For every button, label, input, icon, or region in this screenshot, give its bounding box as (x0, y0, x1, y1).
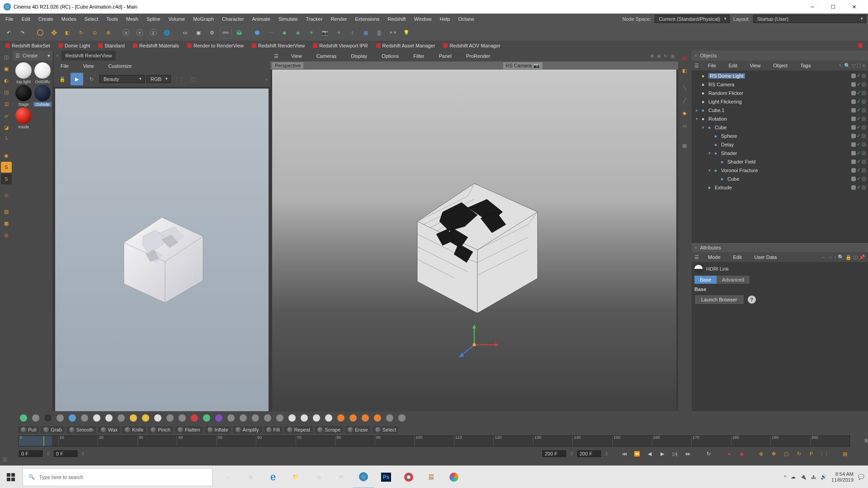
icon-row-button-15[interactable] (201, 413, 212, 423)
obj-menu-edit[interactable]: Edit (725, 61, 741, 70)
attr-up-icon[interactable]: ↑ (834, 254, 837, 260)
render-play-button[interactable]: ▶ (71, 73, 83, 85)
tree-row-shader[interactable]: ▾●Shader✓ (692, 149, 868, 157)
select-tool[interactable] (34, 27, 46, 38)
icon-row-button-23[interactable] (299, 413, 310, 423)
menu-mesh[interactable]: Mesh (123, 15, 142, 23)
menu-file[interactable]: File (2, 15, 17, 23)
tree-row-cube[interactable]: ●Cube✓ (692, 174, 868, 183)
icon-row-button-21[interactable] (274, 413, 285, 423)
prev-key-button[interactable]: ⏪ (632, 449, 642, 459)
spline-tool-button[interactable]: 〰 (265, 27, 277, 38)
vp-max-icon[interactable]: ⊞ (670, 53, 675, 59)
rv-menu-customize[interactable]: Customize (104, 62, 135, 70)
icon-row-button-16[interactable] (213, 413, 224, 423)
nodespace-dropdown[interactable]: Current (Standard/Physical) (655, 15, 730, 23)
misc-tool-2[interactable]: ▩ (1, 218, 12, 229)
misc-tool-3[interactable]: ◎ (1, 230, 12, 240)
sculpt-pull[interactable]: Pull (18, 426, 39, 433)
material-octdiffu[interactable]: OctDiffu (33, 62, 52, 84)
vp-menu-view[interactable]: View (288, 52, 306, 60)
menu-select[interactable]: Select (81, 15, 102, 23)
gizmo-icon[interactable] (447, 322, 501, 367)
render-refresh-button[interactable]: ↻ (85, 73, 98, 85)
start-frame-field[interactable] (18, 450, 43, 458)
attr-new-icon[interactable]: ◫ (853, 254, 858, 260)
snap-button[interactable]: ▦ (360, 27, 372, 38)
rt-tool2[interactable]: ╱ (679, 95, 690, 106)
tree-row-voronoi-fracture[interactable]: ▾●Voronoi Fracture✓ (692, 166, 868, 174)
cube-primitive-button[interactable] (233, 27, 245, 38)
calculator-app[interactable]: 🧮 (420, 466, 442, 488)
sculpt-fill[interactable]: Fill (264, 426, 283, 433)
environment-button[interactable]: ☀ (306, 27, 317, 38)
icon-row-button-0[interactable] (18, 413, 29, 423)
model-mode-button[interactable]: ◫ (1, 52, 12, 62)
mail-app[interactable]: ✉ (330, 466, 352, 488)
icon-row-button-30[interactable] (384, 413, 395, 423)
z-axis-button[interactable]: Z (147, 27, 159, 38)
range-start-field[interactable] (53, 450, 78, 458)
icon-row-button-2[interactable] (42, 413, 53, 423)
locked-tool[interactable]: ⊕ (102, 27, 114, 38)
rt-tool4[interactable]: ▭ (679, 120, 690, 131)
sculpt-wax[interactable]: Wax (98, 426, 121, 433)
tree-row-rs-dome-light[interactable]: ●RS Dome Light✓ (692, 71, 868, 80)
attr-menu-mode[interactable]: Mode (704, 253, 724, 261)
rv-menu-file[interactable]: File (57, 62, 72, 70)
notifications-icon[interactable]: 💬 (858, 474, 864, 480)
render-region-button[interactable]: ▣ (193, 27, 204, 38)
tree-row-cube-1[interactable]: ▸●Cube.1✓ (692, 106, 868, 114)
deformer-button[interactable]: ◈ (292, 27, 304, 38)
start-button[interactable] (0, 466, 22, 488)
menu-mograph[interactable]: MoGraph (189, 15, 217, 23)
menu-simulate[interactable]: Simulate (275, 15, 302, 23)
attr-pin-icon[interactable]: 📌 (859, 254, 865, 260)
hamburger-icon[interactable]: ☰ (274, 53, 278, 59)
obj-menu-view[interactable]: View (746, 61, 764, 70)
obj-menu-tags[interactable]: Tags (797, 61, 814, 70)
obj-filter-icon[interactable]: ▽ (852, 63, 855, 69)
loop-button[interactable]: ↻ (703, 449, 713, 459)
taskbar-clock[interactable]: 8:54 AM11/8/2019 (831, 471, 854, 483)
rs-standard[interactable]: Standard (94, 42, 128, 49)
obj-view-icon[interactable]: ☐ (857, 63, 861, 69)
network-icon[interactable]: 🖧 (811, 474, 816, 480)
icon-row-button-3[interactable] (55, 413, 66, 423)
icon-row-button-4[interactable] (67, 413, 78, 423)
key-pos-button[interactable]: ⊕ (756, 449, 766, 459)
scale-tool[interactable]: ◧ (61, 27, 73, 38)
vp-menu-options[interactable]: Options (378, 52, 402, 60)
dopesheet-button[interactable]: ▤ (840, 449, 850, 459)
snap-settings-button[interactable]: S (1, 162, 12, 173)
menu-character[interactable]: Character (218, 15, 247, 23)
timeline[interactable]: 0102030405060708090100110120130140150160… (18, 436, 850, 446)
menu-tools[interactable]: Tools (103, 15, 122, 23)
vp-zoom-icon[interactable]: ⊕ (657, 53, 661, 59)
menu-tracker[interactable]: Tracker (302, 15, 326, 23)
workplane-snap-button[interactable]: ◇ (1, 190, 12, 201)
close-panel-icon[interactable]: × (694, 53, 697, 58)
vp-menu-filter[interactable]: Filter (410, 52, 428, 60)
tree-row-light-flickering[interactable]: ●Light Flickering✓ (692, 97, 868, 106)
obj-menu-object[interactable]: Object (769, 61, 791, 70)
hamburger-icon[interactable]: ☰ (3, 457, 7, 463)
rt-tool1[interactable]: ╲ (679, 82, 690, 93)
object-mode-button[interactable]: ▣ (1, 63, 12, 74)
attr-menu-user-data[interactable]: User Data (751, 253, 781, 261)
create-menu[interactable]: Create (23, 53, 38, 58)
rotate-tool[interactable]: ↻ (75, 27, 87, 38)
menu-volume[interactable]: Volume (165, 15, 189, 23)
launch-browser-button[interactable]: Launch Browser (694, 295, 744, 305)
key-param-button[interactable]: ↻ (794, 449, 804, 459)
attr-fwd-icon[interactable]: → (828, 254, 833, 260)
vp-rotate-icon[interactable]: ↻ (664, 53, 668, 59)
goto-end-button[interactable]: ⏭ (683, 449, 693, 459)
tree-row-delay[interactable]: ●Delay✓ (692, 140, 868, 149)
vp-menu-display[interactable]: Display (347, 52, 371, 60)
snap-3d-button[interactable]: S (1, 174, 12, 184)
minimize-button[interactable]: ─ (802, 0, 823, 14)
rs-redshift-renderview[interactable]: Redshift RenderView (248, 42, 308, 49)
coord-system-button[interactable]: 🌐 (161, 27, 173, 38)
icon-row-button-13[interactable] (177, 413, 188, 423)
